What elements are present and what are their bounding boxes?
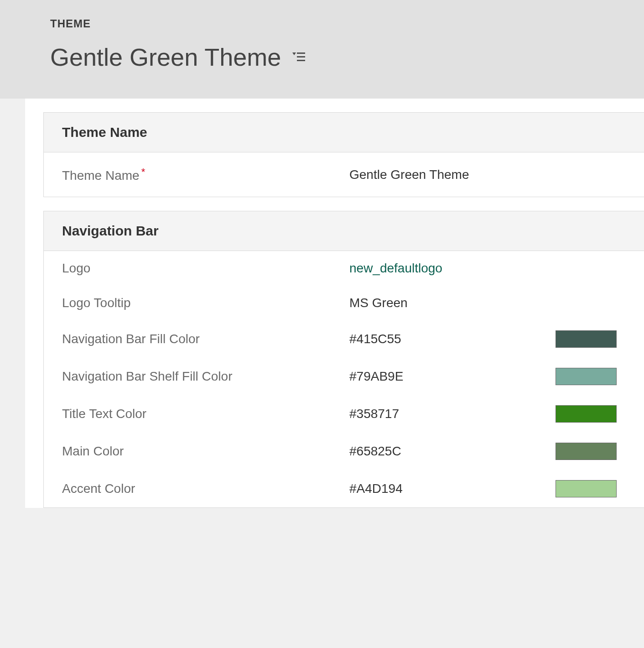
swatch-accent-color[interactable] <box>556 480 617 497</box>
label-accent-color: Accent Color <box>62 481 349 496</box>
value-logo-tooltip[interactable]: MS Green <box>349 296 626 310</box>
value-main-color-text: #65825C <box>349 444 546 459</box>
row-accent-color: Accent Color #A4D194 <box>44 470 644 507</box>
value-logo-tooltip-text: MS Green <box>349 296 626 310</box>
row-theme-name: Theme Name* Gentle Green Theme <box>44 152 644 197</box>
row-logo: Logo new_defaultlogo <box>44 251 644 286</box>
page-title: Gentle Green Theme <box>50 43 281 71</box>
row-nav-shelf-fill-color: Navigation Bar Shelf Fill Color #79AB9E <box>44 358 644 395</box>
page-header: THEME Gentle Green Theme <box>0 0 644 99</box>
value-theme-name-text: Gentle Green Theme <box>349 167 626 182</box>
label-theme-name-text: Theme Name <box>62 168 140 183</box>
value-title-text-color[interactable]: #358717 <box>349 405 626 423</box>
label-nav-shelf-fill-color: Navigation Bar Shelf Fill Color <box>62 369 349 384</box>
section-header-theme-name: Theme Name <box>44 113 644 152</box>
value-title-text-color-text: #358717 <box>349 407 546 421</box>
label-logo: Logo <box>62 261 349 276</box>
swatch-title-text-color[interactable] <box>556 405 617 423</box>
swatch-nav-fill-color[interactable] <box>556 330 617 348</box>
label-nav-fill-color: Navigation Bar Fill Color <box>62 332 349 346</box>
content-area: Theme Name Theme Name* Gentle Green Them… <box>25 99 644 508</box>
label-theme-name: Theme Name* <box>62 166 349 183</box>
row-title-text-color: Title Text Color #358717 <box>44 395 644 433</box>
required-asterisk-icon: * <box>141 166 145 178</box>
swatch-nav-shelf-fill-color[interactable] <box>556 368 617 385</box>
section-navigation-bar: Navigation Bar Logo new_defaultlogo Logo… <box>43 211 644 508</box>
section-theme-name: Theme Name Theme Name* Gentle Green Them… <box>43 112 644 197</box>
label-logo-tooltip: Logo Tooltip <box>62 296 349 310</box>
title-dropdown-menu-icon[interactable] <box>292 52 306 63</box>
section-header-navigation-bar: Navigation Bar <box>44 211 644 251</box>
label-title-text-color: Title Text Color <box>62 407 349 421</box>
svg-marker-0 <box>292 52 296 55</box>
row-logo-tooltip: Logo Tooltip MS Green <box>44 286 644 320</box>
value-logo[interactable]: new_defaultlogo <box>349 261 626 276</box>
row-main-color: Main Color #65825C <box>44 433 644 470</box>
row-nav-fill-color: Navigation Bar Fill Color #415C55 <box>44 320 644 358</box>
svg-rect-3 <box>297 60 305 61</box>
value-nav-shelf-fill-color-text: #79AB9E <box>349 369 546 384</box>
value-nav-fill-color[interactable]: #415C55 <box>349 330 626 348</box>
value-accent-color[interactable]: #A4D194 <box>349 480 626 497</box>
svg-rect-2 <box>297 56 305 57</box>
label-main-color: Main Color <box>62 444 349 459</box>
value-logo-link[interactable]: new_defaultlogo <box>349 261 626 276</box>
page-title-row: Gentle Green Theme <box>50 43 644 71</box>
value-theme-name[interactable]: Gentle Green Theme <box>349 167 626 182</box>
value-nav-fill-color-text: #415C55 <box>349 332 546 346</box>
value-accent-color-text: #A4D194 <box>349 481 546 496</box>
value-nav-shelf-fill-color[interactable]: #79AB9E <box>349 368 626 385</box>
swatch-main-color[interactable] <box>556 443 617 460</box>
svg-rect-1 <box>297 52 305 54</box>
value-main-color[interactable]: #65825C <box>349 443 626 460</box>
breadcrumb: THEME <box>50 17 644 30</box>
